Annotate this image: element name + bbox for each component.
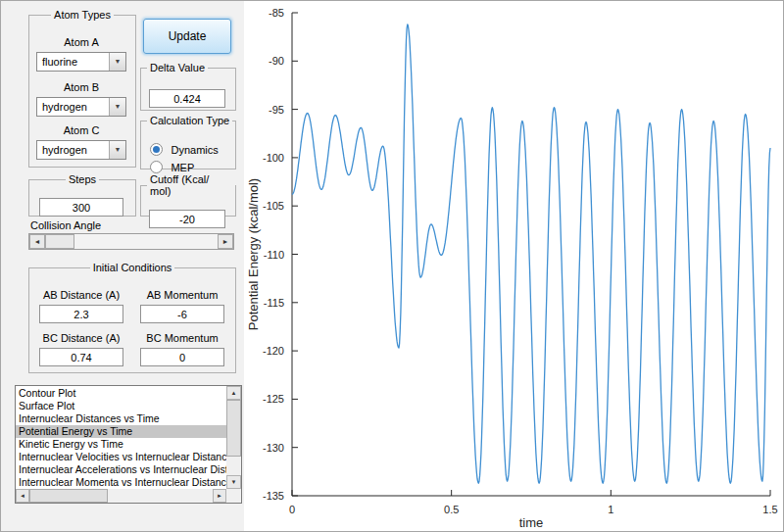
- svg-text:-115: -115: [264, 297, 284, 309]
- panel-steps: Steps: [28, 173, 136, 217]
- bc-distance-label: BC Distance (A): [32, 332, 130, 344]
- vertical-scroll-thumb[interactable]: [226, 400, 241, 457]
- chevron-down-icon: ▼: [109, 141, 125, 159]
- scrollbar-corner: [226, 489, 241, 503]
- plot-type-listbox[interactable]: Contour Plot Surface Plot Internuclear D…: [15, 385, 242, 504]
- svg-text:-85: -85: [269, 7, 284, 19]
- panel-calculation-type-title: Calculation Type: [147, 115, 232, 126]
- atom-b-value: hydrogen: [42, 98, 87, 116]
- list-item[interactable]: Contour Plot: [16, 387, 226, 400]
- list-item[interactable]: Internuclear Momenta vs Internuclear Dis…: [16, 476, 226, 489]
- update-button[interactable]: Update: [143, 19, 231, 54]
- panel-cutoff: Cutoff (Kcal/ mol): [140, 173, 236, 217]
- atom-c-value: hydrogen: [42, 141, 87, 159]
- svg-text:0.5: 0.5: [444, 504, 459, 515]
- ab-momentum-input[interactable]: [140, 305, 224, 323]
- list-item[interactable]: Internuclear Velocities vs Internuclear …: [16, 451, 226, 463]
- scroll-up-arrow-icon[interactable]: ▲: [226, 386, 241, 400]
- list-item-selected[interactable]: Potential Energy vs Time: [16, 425, 226, 438]
- ab-distance-label: AB Distance (A): [32, 289, 130, 301]
- scroll-left-arrow-icon[interactable]: ◄: [16, 489, 29, 503]
- collision-angle-slider[interactable]: ◄ ►: [28, 233, 234, 250]
- radio-mep[interactable]: MEP: [150, 158, 194, 171]
- svg-text:-130: -130: [263, 442, 284, 454]
- atom-b-select[interactable]: hydrogen ▼: [36, 97, 126, 117]
- steps-input[interactable]: [39, 198, 123, 217]
- svg-text:-135: -135: [263, 490, 284, 502]
- radio-unselected-icon: [150, 161, 163, 173]
- listbox-vertical-scrollbar[interactable]: ▲ ▼: [226, 386, 241, 489]
- list-item[interactable]: Kinetic Energy vs Time: [16, 438, 226, 451]
- panel-initial-conditions: Initial Conditions AB Distance (A) AB Mo…: [28, 262, 236, 373]
- svg-text:-125: -125: [263, 393, 284, 405]
- slider-thumb[interactable]: [45, 234, 74, 249]
- delta-value-input[interactable]: [149, 89, 225, 108]
- plot-region: -135-130-125-120-115-110-105-100-95-90-8…: [244, 1, 784, 532]
- bc-momentum-label: BC Momentum: [133, 332, 231, 344]
- list-item[interactable]: Surface Plot: [16, 400, 226, 412]
- svg-text:Potential Energy (kcal/mol): Potential Energy (kcal/mol): [246, 178, 261, 330]
- svg-text:-120: -120: [263, 345, 284, 357]
- cutoff-input[interactable]: [149, 210, 225, 228]
- svg-text:0: 0: [289, 504, 295, 515]
- atom-c-select[interactable]: hydrogen ▼: [36, 140, 126, 160]
- list-item[interactable]: Internuclear Distances vs Time: [16, 412, 226, 425]
- bc-momentum-input[interactable]: [140, 348, 224, 366]
- ab-momentum-label: AB Momentum: [133, 289, 231, 301]
- panel-delta-value-title: Delta Value: [147, 62, 208, 73]
- plot-type-list-rows: Contour Plot Surface Plot Internuclear D…: [16, 387, 226, 489]
- atom-a-value: fluorine: [42, 53, 77, 71]
- svg-text:1.5: 1.5: [762, 504, 777, 515]
- panel-cutoff-title: Cutoff (Kcal/ mol): [147, 173, 235, 197]
- horizontal-scroll-thumb[interactable]: [29, 489, 108, 503]
- svg-text:-95: -95: [269, 104, 284, 116]
- svg-text:-110: -110: [264, 249, 284, 261]
- atom-a-select[interactable]: fluorine ▼: [36, 52, 126, 72]
- scroll-down-arrow-icon[interactable]: ▼: [226, 475, 241, 489]
- atom-a-label: Atom A: [29, 36, 133, 48]
- svg-text:-100: -100: [263, 152, 284, 164]
- panel-atom-types: Atom Types Atom A fluorine ▼ Atom B hydr…: [28, 9, 136, 168]
- bc-distance-input[interactable]: [39, 348, 123, 366]
- radio-mep-label: MEP: [171, 162, 194, 173]
- svg-text:1: 1: [608, 504, 613, 515]
- atom-c-label: Atom C: [29, 124, 133, 136]
- list-item[interactable]: Internuclear Accelerations vs Internucle…: [16, 463, 226, 476]
- ab-distance-input[interactable]: [39, 305, 123, 323]
- listbox-horizontal-scrollbar[interactable]: ◄ ►: [16, 489, 226, 503]
- scroll-right-arrow-icon[interactable]: ►: [213, 489, 226, 503]
- slider-left-arrow-icon[interactable]: ◄: [29, 234, 45, 249]
- svg-text:time: time: [519, 515, 544, 530]
- chevron-down-icon: ▼: [109, 53, 125, 71]
- radio-dynamics[interactable]: Dynamics: [150, 140, 219, 154]
- panel-calculation-type: Calculation Type Dynamics MEP: [140, 115, 236, 169]
- chevron-down-icon: ▼: [109, 98, 125, 116]
- panel-delta-value: Delta Value: [140, 62, 236, 111]
- radio-dynamics-label: Dynamics: [171, 144, 218, 156]
- panel-atom-types-title: Atom Types: [51, 9, 114, 21]
- slider-right-arrow-icon[interactable]: ►: [218, 234, 233, 249]
- panel-steps-title: Steps: [66, 173, 99, 185]
- radio-selected-icon: [150, 143, 163, 156]
- svg-text:-105: -105: [263, 200, 284, 212]
- atom-b-label: Atom B: [29, 81, 133, 93]
- app-window: Atom Types Atom A fluorine ▼ Atom B hydr…: [0, 0, 784, 532]
- collision-angle-label: Collision Angle: [30, 219, 101, 231]
- svg-text:-90: -90: [269, 55, 284, 67]
- plot-svg: -135-130-125-120-115-110-105-100-95-90-8…: [244, 1, 784, 532]
- panel-initial-conditions-title: Initial Conditions: [90, 262, 175, 273]
